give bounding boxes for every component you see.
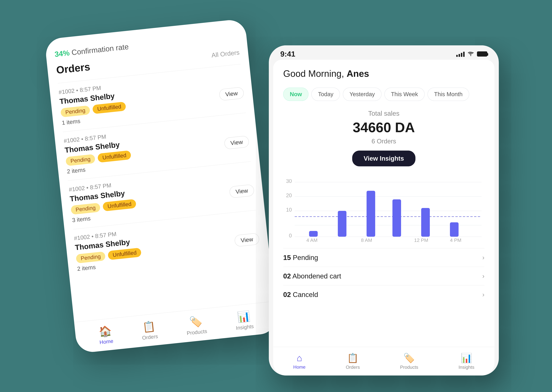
svg-rect-10 <box>309 231 318 237</box>
svg-rect-11 <box>338 211 346 237</box>
svg-text:0: 0 <box>289 233 292 238</box>
home-label-back: Home <box>99 338 114 345</box>
insights-icon-front: 📊 <box>461 353 472 364</box>
filter-tab-yesterday[interactable]: Yesterday <box>343 88 381 101</box>
svg-text:8 AM: 8 AM <box>361 238 372 242</box>
dashboard-phone: 9:41 <box>269 45 499 376</box>
status-bar: 9:41 <box>269 45 499 60</box>
greeting: Good Morning, Anes <box>283 68 484 79</box>
nav-orders-back[interactable]: 📋 Orders <box>140 320 158 341</box>
badge-pending-1: Pending <box>60 105 90 117</box>
order-num-2: #1002 <box>63 136 80 144</box>
svg-rect-12 <box>367 191 375 237</box>
front-phone-bottom-nav: ⌂ Home 📋 Orders 🏷️ Products 📊 Insights <box>273 347 494 376</box>
insights-icon-back: 📊 <box>237 310 251 323</box>
svg-text:4 AM: 4 AM <box>306 238 317 242</box>
nav-products-back[interactable]: 🏷️ Products <box>185 315 207 336</box>
order-time-1: 8:57 PM <box>79 84 101 93</box>
chevron-cancelled: › <box>482 291 484 298</box>
stat-pending-count: 15 <box>283 254 291 261</box>
nav-orders-front[interactable]: 📋 Orders <box>346 353 360 370</box>
stat-row-abandoned[interactable]: 02 Abondened cart › <box>283 267 484 285</box>
nav-home-back[interactable]: 🏠 Home <box>98 324 114 345</box>
home-icon-back: 🏠 <box>98 324 112 338</box>
orders-label-front: Orders <box>346 364 360 370</box>
view-button-3[interactable]: View <box>229 184 254 198</box>
view-insights-button[interactable]: View Insights <box>352 151 415 166</box>
badge-unfulfilled-1: Unfulfilled <box>92 101 126 114</box>
svg-text:4 PM: 4 PM <box>450 238 461 242</box>
svg-text:12 PM: 12 PM <box>414 238 428 242</box>
nav-insights-front[interactable]: 📊 Insights <box>458 353 474 370</box>
stat-cancelled-label: Canceld <box>293 291 318 298</box>
chevron-pending: › <box>482 254 484 261</box>
badge-pending-4: Pending <box>76 251 106 263</box>
order-time-4: 8:57 PM <box>95 231 117 239</box>
badge-pending-2: Pending <box>65 154 95 166</box>
svg-text:20: 20 <box>286 192 292 198</box>
order-time-3: 8:57 PM <box>90 182 112 190</box>
filter-tab-now[interactable]: Now <box>283 88 308 101</box>
all-orders-link[interactable]: All Orders <box>211 49 240 59</box>
products-label-front: Products <box>400 364 418 370</box>
badge-unfulfilled-4: Unfulfilled <box>108 248 142 260</box>
chevron-abandoned: › <box>482 273 484 280</box>
badge-unfulfilled-2: Unfulfilled <box>97 150 131 163</box>
orders-count: 6 Orders <box>283 138 484 145</box>
status-time: 9:41 <box>280 50 295 58</box>
filter-tab-this-month[interactable]: This Month <box>428 88 469 101</box>
stat-abandoned-count: 02 <box>283 272 291 280</box>
svg-rect-14 <box>421 208 430 237</box>
badge-pending-3: Pending <box>71 203 101 215</box>
products-label-back: Products <box>186 328 207 336</box>
order-num-3: #1002 <box>69 185 85 193</box>
products-icon-front: 🏷️ <box>403 353 415 364</box>
sales-amount: 34660 DA <box>283 119 484 135</box>
sales-chart: 30 20 10 0 <box>283 179 484 242</box>
confirmation-rate-value: 34% <box>54 49 70 58</box>
stat-pending-label: Pending <box>293 254 318 261</box>
stat-row-pending[interactable]: 15 Pending › <box>283 248 484 267</box>
status-icons <box>456 50 487 57</box>
dashboard-content: Good Morning, Anes Now Today Yesterday T… <box>273 60 494 368</box>
orders-phone: 34% Confirmation rate Orders All Orders … <box>44 18 278 353</box>
stat-row-cancelled[interactable]: 02 Canceld › <box>283 285 484 304</box>
badge-unfulfilled-3: Unfulfilled <box>102 199 136 211</box>
home-label-front: Home <box>293 364 305 370</box>
orders-icon-front: 📋 <box>347 353 358 364</box>
nav-home-front[interactable]: ⌂ Home <box>293 353 305 370</box>
sales-card: Total sales 34660 DA 6 Orders View Insig… <box>283 110 484 174</box>
svg-text:10: 10 <box>286 207 292 213</box>
view-button-1[interactable]: View <box>219 87 244 101</box>
view-button-2[interactable]: View <box>224 135 249 149</box>
sales-label: Total sales <box>283 110 484 117</box>
insights-label-back: Insights <box>236 323 254 331</box>
view-button-4[interactable]: View <box>234 233 260 247</box>
order-time-2: 8:57 PM <box>85 133 107 142</box>
filter-tabs: Now Today Yesterday This Week This Month <box>283 88 484 101</box>
order-num-1: #1002 <box>58 87 75 95</box>
orders-label-back: Orders <box>142 333 158 341</box>
wifi-icon <box>467 50 474 57</box>
filter-tab-today[interactable]: Today <box>311 88 340 101</box>
insights-label-front: Insights <box>458 364 474 370</box>
back-phone-bottom-nav: 🏠 Home 📋 Orders 🏷️ Products 📊 Insights <box>74 301 278 354</box>
battery-icon <box>477 51 487 56</box>
svg-rect-15 <box>450 222 458 237</box>
nav-insights-back[interactable]: 📊 Insights <box>234 310 254 331</box>
order-num-4: #1002 <box>74 233 90 241</box>
orders-title: Orders <box>56 61 91 76</box>
signal-icon <box>456 51 465 57</box>
confirmation-rate-label: Confirmation rate <box>71 42 129 56</box>
nav-products-front[interactable]: 🏷️ Products <box>400 353 418 370</box>
home-icon-front: ⌂ <box>297 353 302 363</box>
greeting-name: Anes <box>347 69 369 79</box>
svg-rect-13 <box>392 199 401 237</box>
greeting-text: Good Morning, <box>283 69 347 79</box>
chart-svg: 30 20 10 0 <box>283 179 484 242</box>
stat-cancelled-count: 02 <box>283 291 291 298</box>
products-icon-back: 🏷️ <box>189 315 203 328</box>
orders-icon-back: 📋 <box>142 320 156 333</box>
filter-tab-this-week[interactable]: This Week <box>384 88 425 101</box>
stat-abandoned-label: Abondened cart <box>292 272 341 280</box>
